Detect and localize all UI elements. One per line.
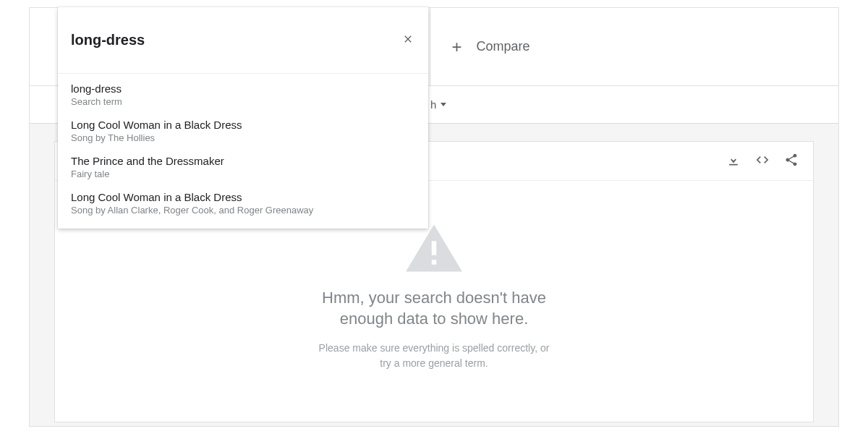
suggestion-title: Long Cool Woman in a Black Dress (71, 191, 415, 203)
empty-subtitle: Please make sure everything is spelled c… (319, 341, 550, 371)
svg-rect-1 (432, 260, 437, 265)
plus-icon: + (452, 37, 462, 57)
search-input-wrap (58, 7, 428, 74)
chevron-down-icon (441, 103, 446, 106)
suggestion-subtitle: Fairy tale (71, 169, 415, 179)
suggestion-subtitle: Search term (71, 96, 415, 107)
suggestion-title: The Prince and the Dressmaker (71, 155, 415, 167)
embed-icon[interactable] (755, 153, 770, 170)
suggestion-item[interactable]: Long Cool Woman in a Black Dress Song by… (58, 113, 428, 149)
warning-icon (406, 224, 462, 275)
suggestions-list: long-dress Search term Long Cool Woman i… (58, 74, 428, 229)
download-icon[interactable] (726, 153, 741, 170)
suggestion-title: long-dress (71, 82, 415, 95)
close-icon (402, 33, 414, 48)
empty-title: Hmm, your search doesn't have enough dat… (322, 288, 546, 329)
clear-button[interactable] (401, 33, 415, 48)
filter-text-fragment: h (430, 98, 436, 111)
filter-dropdown[interactable]: h (430, 98, 446, 111)
share-icon[interactable] (784, 153, 799, 170)
suggestion-subtitle: Song by The Hollies (71, 132, 415, 143)
suggestion-item[interactable]: Long Cool Woman in a Black Dress Song by… (58, 185, 428, 221)
compare-label: Compare (477, 39, 530, 54)
search-overlay: long-dress Search term Long Cool Woman i… (58, 7, 428, 229)
suggestion-item[interactable]: The Prince and the Dressmaker Fairy tale (58, 149, 428, 185)
svg-rect-0 (432, 241, 437, 255)
suggestion-subtitle: Song by Allan Clarke, Roger Cook, and Ro… (71, 205, 415, 216)
compare-cell[interactable]: + Compare (430, 8, 839, 85)
search-input[interactable] (71, 32, 393, 48)
suggestion-title: Long Cool Woman in a Black Dress (71, 119, 415, 131)
empty-sub-line2: try a more general term. (380, 357, 488, 369)
empty-title-line1: Hmm, your search doesn't have (322, 289, 546, 307)
suggestion-item[interactable]: long-dress Search term (58, 77, 428, 113)
empty-title-line2: enough data to show here. (340, 310, 529, 328)
empty-sub-line1: Please make sure everything is spelled c… (319, 342, 550, 354)
